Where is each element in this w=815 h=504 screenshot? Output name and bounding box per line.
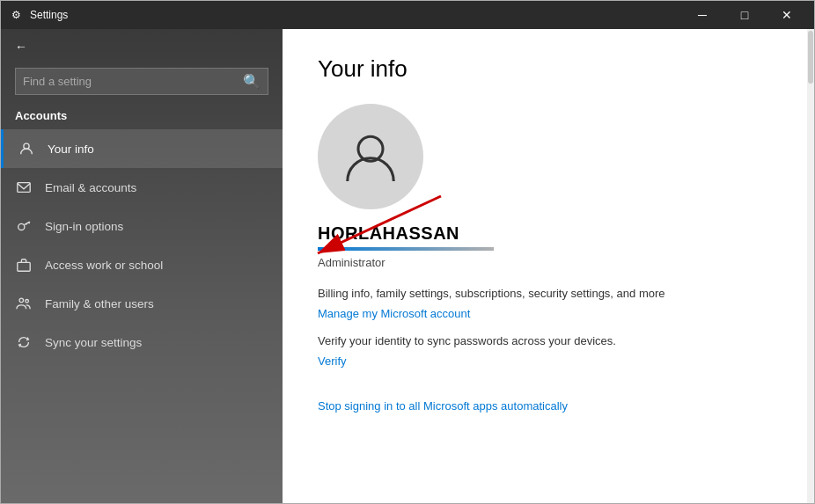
sidebar-item-access-work-school[interactable]: Access work or school [1,245,283,284]
sidebar-item-family-other-users[interactable]: Family & other users [1,284,283,323]
sidebar-item-label: Your info [48,142,94,156]
sidebar-item-sign-in-options[interactable]: Sign-in options [1,207,283,245]
minimize-button[interactable]: ─ [682,1,723,29]
billing-info-text: Billing info, family settings, subscript… [318,287,772,300]
role-label: Administrator [318,256,772,269]
settings-window: ⚙ Settings ─ □ ✕ ← 🔍 Accounts [0,0,815,504]
svg-rect-3 [18,262,30,271]
maximize-button[interactable]: □ [724,1,765,29]
family-icon [15,296,33,311]
page-title: Your info [318,55,772,83]
svg-rect-1 [18,183,30,193]
close-button[interactable]: ✕ [767,1,807,29]
svg-point-4 [19,298,24,303]
section-title: Accounts [1,106,283,129]
svg-point-5 [26,300,29,303]
sidebar-item-label: Email & accounts [45,181,136,194]
main-content: Your info HORLAHASSAN Administrator Bill… [283,29,807,503]
back-button[interactable]: ← [1,29,283,64]
sidebar-item-sync-settings[interactable]: Sync your settings [1,323,283,362]
title-bar-left: ⚙ Settings [11,9,68,21]
username-bar [318,247,494,251]
person-icon [18,141,35,157]
email-icon [15,179,33,195]
avatar-container [318,104,772,209]
svg-point-2 [18,223,25,230]
settings-icon: ⚙ [11,9,21,21]
sidebar-item-your-info[interactable]: Your info [1,129,283,168]
title-bar-controls: ─ □ ✕ [682,1,807,29]
search-input[interactable] [23,75,238,88]
sidebar-item-label: Access work or school [45,259,163,272]
stop-signing-link[interactable]: Stop signing in to all Microsoft apps au… [318,399,568,413]
manage-account-link[interactable]: Manage my Microsoft account [318,307,470,320]
scrollbar-thumb[interactable] [808,31,813,84]
sync-icon [15,334,33,350]
sidebar: ← 🔍 Accounts Your info [1,29,283,503]
window-title: Settings [30,9,68,21]
sidebar-item-label: Sign-in options [45,220,123,233]
search-icon: 🔍 [243,73,261,90]
content-area: ← 🔍 Accounts Your info [1,29,814,503]
verify-text: Verify your identity to sync passwords a… [318,334,772,347]
title-bar: ⚙ Settings ─ □ ✕ [1,1,814,29]
verify-link[interactable]: Verify [318,354,347,368]
avatar-icon [340,126,401,187]
back-arrow-icon: ← [15,40,27,54]
search-box[interactable]: 🔍 [15,68,268,95]
username: HORLAHASSAN [318,223,772,244]
sidebar-item-label: Family & other users [45,297,154,310]
sidebar-item-email-accounts[interactable]: Email & accounts [1,168,283,207]
avatar [318,104,423,209]
key-icon [15,218,33,234]
sidebar-item-label: Sync your settings [45,336,142,349]
briefcase-icon [15,257,33,273]
scrollbar[interactable] [807,29,814,503]
